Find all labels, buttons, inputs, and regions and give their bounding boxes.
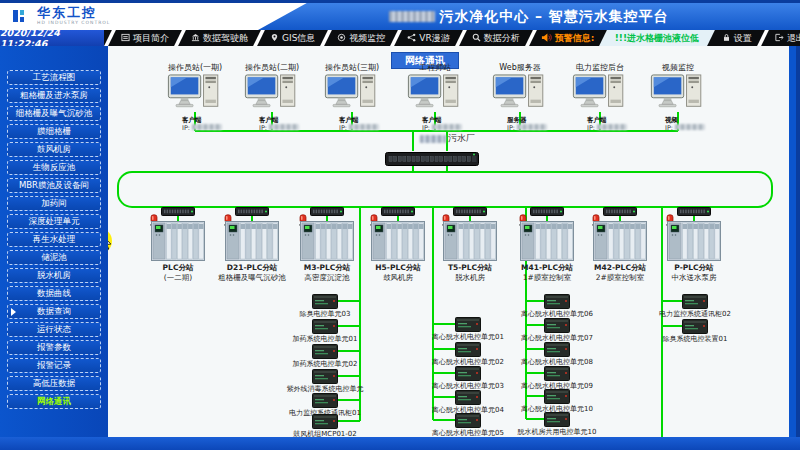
sidebar-item-17[interactable]: 报警记录: [7, 358, 101, 373]
sidebar-item-18[interactable]: 高低压数据: [7, 376, 101, 391]
computer-icon: [166, 74, 224, 116]
sidebar-item-4[interactable]: 膜细格栅: [7, 124, 101, 139]
control-unit-label: 电力监控系统通讯柜02: [640, 309, 750, 319]
workstation-1: 操作员站(一期)客户端IP:: [155, 62, 235, 132]
menu-item-search[interactable]: 数据分析: [467, 30, 525, 46]
control-unit-icon: [312, 319, 338, 334]
redacted-ip: [192, 124, 222, 130]
workstation-info: 客户端IP:: [182, 116, 235, 132]
plc-name: T5-PLC分站: [430, 263, 510, 273]
logo-text: 华东工控: [37, 6, 110, 19]
sidebar-item-5[interactable]: 鼓风机房: [7, 142, 101, 157]
menu-item-document[interactable]: 项目简介: [116, 30, 174, 46]
sidebar-item-14[interactable]: 数据查询: [7, 304, 101, 319]
sidebar-item-2[interactable]: 粗格栅及进水泵房: [7, 88, 101, 103]
computer-icon: [323, 74, 381, 116]
sidebar-item-15[interactable]: 运行状态: [7, 322, 101, 337]
dashboard-icon: [191, 33, 200, 44]
menu-item-label: 数据驾驶舱: [203, 32, 248, 45]
workstation-ip: IP:: [182, 124, 235, 132]
plc-rack-icon: [520, 221, 574, 265]
sidebar-item-label: 报警参数: [37, 342, 71, 354]
workstation-tag: 服务器: [507, 116, 560, 124]
lock-icon: [722, 33, 731, 44]
sidebar-item-6[interactable]: 生物反应池: [7, 160, 101, 175]
share-icon: [407, 33, 416, 44]
alert-message-box[interactable]: !!!进水格栅池液位低: [599, 30, 715, 46]
menu-item-share[interactable]: VR漫游: [402, 30, 454, 46]
workstation-label: 操作员站(二期): [232, 62, 312, 73]
control-unit-icon: [312, 369, 338, 384]
sidebar-item-10[interactable]: 再生水处理: [7, 232, 101, 247]
workstation-2: 操作员站(二期)客户端IP:: [232, 62, 312, 132]
menu-item-monitor-target[interactable]: 视频监控: [332, 30, 390, 46]
menu-item-location[interactable]: GIS信息: [265, 30, 320, 46]
sidebar-item-label: 脱水机房: [37, 270, 71, 282]
workstation-info: 视频IP:: [665, 116, 718, 132]
submenu-marker-icon: [11, 308, 16, 316]
ip-label: IP:: [507, 124, 515, 132]
plc-rack-icon: [443, 221, 497, 265]
workstation-info: 客户端IP:: [587, 116, 640, 132]
workstation-label: 操作员站(一期): [155, 62, 235, 73]
menu-item-label: 数据分析: [484, 32, 520, 45]
sidebar-item-7[interactable]: MBR膜池及设备间: [7, 178, 101, 193]
control-unit-label: 加药系统电控单元02: [270, 359, 380, 369]
menu-items: 项目简介数据驾驶舱GIS信息视频监控VR漫游数据分析: [116, 30, 525, 46]
menu-item-label: GIS信息: [282, 32, 315, 45]
redacted-ip: [597, 124, 627, 130]
control-unit-label: 加药系统电控单元01: [270, 334, 380, 344]
exit-label: 退出: [787, 32, 800, 45]
status-bar: [0, 437, 800, 450]
field-switch-1: [161, 201, 195, 210]
plc-name: D21-PLC分站: [212, 263, 292, 273]
menu-item-label: 视频监控: [349, 32, 385, 45]
sidebar-item-label: 细格栅及曝气沉砂池: [16, 108, 93, 120]
workstation-tag: 客户端: [422, 116, 475, 124]
sidebar-item-8[interactable]: 加药间: [7, 196, 101, 211]
workstation-3: 操作员站(三期)客户端IP:: [312, 62, 392, 132]
workstation-tag: 客户端: [182, 116, 235, 124]
sidebar-item-12[interactable]: 脱水机房: [7, 268, 101, 283]
control-unit-label: 除臭电控单元03: [270, 309, 380, 319]
plc-rack-icon: [667, 221, 721, 265]
computer-icon: [406, 74, 464, 116]
control-unit-icon: [455, 390, 481, 405]
menu-item-label: VR漫游: [419, 32, 449, 45]
control-unit-icon: [544, 366, 570, 381]
workstation-info: 客户端IP:: [259, 116, 312, 132]
sidebar-item-11[interactable]: 储泥池: [7, 250, 101, 265]
sidebar-item-label: 鼓风机房: [37, 144, 71, 156]
plc-rack-icon: [151, 221, 205, 265]
menu-item-dashboard[interactable]: 数据驾驶舱: [186, 30, 253, 46]
logo-subtitle: HD INDUSTRY CONTROL: [37, 20, 110, 25]
sidebar-item-1[interactable]: 工艺流程图: [7, 70, 101, 85]
sidebar-item-9[interactable]: 深度处理单元: [7, 214, 101, 229]
sidebar-item-label: 数据查询: [37, 306, 71, 318]
workstation-tag: 客户端: [339, 116, 392, 124]
field-switch-3: [310, 201, 344, 210]
sidebar-item-label: 加药间: [41, 198, 67, 210]
control-unit-icon: [312, 344, 338, 359]
menu-separator: [390, 30, 402, 46]
search-icon: [472, 33, 481, 44]
sidebar-item-16[interactable]: 报警参数: [7, 340, 101, 355]
sidebar-item-13[interactable]: 数据曲线: [7, 286, 101, 301]
sidebar-item-3[interactable]: 细格栅及曝气沉砂池: [7, 106, 101, 121]
workstation-label: 操作员站(三期): [312, 62, 392, 73]
alert-section: 预警信息:: [537, 30, 599, 46]
plc-name: M41-PLC分站: [507, 263, 587, 273]
settings-label: 设置: [734, 32, 752, 45]
redacted-ip: [269, 124, 299, 130]
settings-button[interactable]: 设置: [717, 30, 757, 46]
field-switch-6: [530, 201, 564, 210]
workstation-info: 客户端IP:: [339, 116, 392, 132]
exit-button[interactable]: 退出: [769, 30, 800, 46]
plc-rack-icon: [371, 221, 425, 265]
workstation-tag: 客户端: [587, 116, 640, 124]
field-switch-5: [453, 201, 487, 210]
menu-separator: [320, 30, 332, 46]
field-switch-7: [603, 201, 637, 210]
plc-name: M42-PLC分站: [580, 263, 660, 273]
sidebar-item-19[interactable]: 网络通讯: [7, 394, 101, 409]
